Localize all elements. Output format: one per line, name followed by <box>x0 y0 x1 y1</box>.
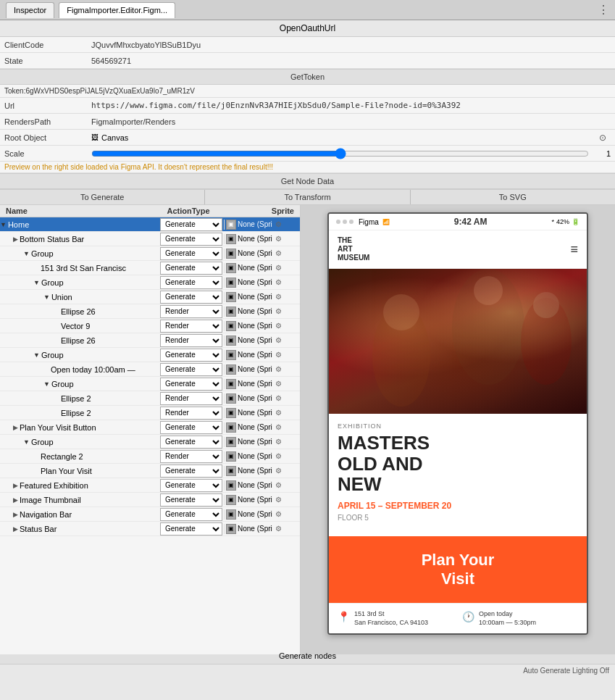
sprite-gear[interactable]: ⚙ <box>274 292 284 302</box>
get-token-button[interactable]: GetToken <box>0 70 615 84</box>
sprite-gear[interactable]: ⚙ <box>274 379 284 389</box>
tree-action-cell[interactable]: GenerateRenderNone <box>159 247 224 260</box>
expand-arrow[interactable]: ▼ <box>43 380 50 388</box>
tree-action-cell[interactable]: GenerateRenderNone <box>159 320 224 333</box>
scale-slider[interactable] <box>91 148 589 159</box>
expand-arrow[interactable]: ▼ <box>0 221 7 228</box>
action-select[interactable]: GenerateRenderNone <box>160 247 222 260</box>
plan-visit-button[interactable]: Plan Your Visit <box>329 536 587 603</box>
tree-action-cell[interactable]: GenerateRenderNone <box>159 392 224 405</box>
sprite-gear[interactable]: ⚙ <box>274 278 284 288</box>
action-select[interactable]: GenerateRenderNone <box>160 407 222 420</box>
tree-row[interactable]: ▶ Featured Exhibition GenerateRenderNone… <box>0 478 300 493</box>
tree-row[interactable]: ▼ Group GenerateRenderNone ▣ None (Spri … <box>0 348 300 362</box>
tree-row[interactable]: Vector 9 GenerateRenderNone ▣ None (Spri… <box>0 319 300 333</box>
sprite-gear[interactable]: ⚙ <box>274 220 284 230</box>
tree-action-cell[interactable]: GenerateRenderNone <box>159 363 224 376</box>
state-value[interactable]: 564569271 <box>87 55 615 67</box>
to-svg-button[interactable]: To SVG <box>411 190 615 204</box>
expand-arrow[interactable]: ▼ <box>23 250 30 257</box>
expand-arrow[interactable]: ▶ <box>13 525 18 533</box>
tree-action-cell[interactable]: GenerateRenderNone <box>159 305 224 318</box>
tree-row[interactable]: ▼ Group GenerateRenderNone ▣ None (Spri … <box>0 377 300 391</box>
tree-row[interactable]: ▼ Group GenerateRenderNone ▣ None (Spri … <box>0 275 300 290</box>
tree-row[interactable]: Plan Your Visit GenerateRenderNone ▣ Non… <box>0 464 300 478</box>
tree-action-cell[interactable]: GenerateRenderNone <box>159 508 224 521</box>
sprite-gear[interactable]: ⚙ <box>274 336 284 346</box>
action-select[interactable]: GenerateRenderNone <box>160 436 222 449</box>
sprite-gear[interactable]: ⚙ <box>274 393 284 404</box>
sprite-gear[interactable]: ⚙ <box>274 495 284 505</box>
tree-action-cell[interactable]: GenerateRenderNone <box>159 233 224 246</box>
to-generate-button[interactable]: To Generate <box>0 190 205 204</box>
tree-row[interactable]: ▶ Status Bar GenerateRenderNone ▣ None (… <box>0 522 300 536</box>
tree-row[interactable]: Ellipse 26 GenerateRenderNone ▣ None (Sp… <box>0 333 300 348</box>
url-value[interactable]: https://www.figma.com/file/j0EnznNvR3A7H… <box>87 99 615 112</box>
action-select[interactable]: GenerateRenderNone <box>160 522 222 536</box>
sprite-gear[interactable]: ⚙ <box>274 422 284 433</box>
tree-action-cell[interactable]: GenerateRenderNone <box>159 276 224 289</box>
expand-arrow[interactable]: ▼ <box>33 279 40 286</box>
tree-action-cell[interactable]: GenerateRenderNone <box>159 218 224 231</box>
action-select[interactable]: GenerateRenderNone <box>160 305 222 318</box>
museum-menu-icon[interactable]: ≡ <box>570 242 578 257</box>
tree-row[interactable]: Ellipse 26 GenerateRenderNone ▣ None (Sp… <box>0 304 300 319</box>
action-select[interactable]: GenerateRenderNone <box>160 262 222 275</box>
tree-action-cell[interactable]: GenerateRenderNone <box>159 464 224 478</box>
tree-row[interactable]: ▼ Group GenerateRenderNone ▣ None (Spri … <box>0 435 300 449</box>
tree-action-cell[interactable]: GenerateRenderNone <box>159 334 224 347</box>
tree-row[interactable]: ▶ Image Thumbnail GenerateRenderNone ▣ N… <box>0 493 300 507</box>
tree-action-cell[interactable]: GenerateRenderNone <box>159 421 224 434</box>
expand-arrow[interactable]: ▶ <box>13 496 18 504</box>
action-select[interactable]: GenerateRenderNone <box>160 363 222 376</box>
expand-arrow[interactable]: ▼ <box>23 438 30 446</box>
action-select[interactable]: GenerateRenderNone <box>160 392 222 405</box>
sprite-gear[interactable]: ⚙ <box>274 524 284 534</box>
sprite-gear[interactable]: ⚙ <box>274 234 284 244</box>
tree-row[interactable]: ▶ Navigation Bar GenerateRenderNone ▣ No… <box>0 507 300 522</box>
expand-arrow[interactable]: ▼ <box>43 293 50 301</box>
sprite-gear[interactable]: ⚙ <box>274 408 284 418</box>
tree-action-cell[interactable]: GenerateRenderNone <box>159 522 224 536</box>
tree-action-cell[interactable]: GenerateRenderNone <box>159 450 224 463</box>
menu-dots[interactable]: ⋮ <box>598 3 609 17</box>
tree-row[interactable]: Rectangle 2 GenerateRenderNone ▣ None (S… <box>0 449 300 464</box>
tree-row[interactable]: Open today 10:00am — GenerateRenderNone … <box>0 362 300 377</box>
tree-action-cell[interactable]: GenerateRenderNone <box>159 407 224 420</box>
renders-path-value[interactable]: FigmaImporter/Renders <box>87 116 615 128</box>
sprite-gear[interactable]: ⚙ <box>274 263 284 273</box>
action-select[interactable]: GenerateRenderNone <box>160 218 222 231</box>
action-select[interactable]: GenerateRenderNone <box>160 378 222 391</box>
sprite-gear[interactable]: ⚙ <box>274 307 284 317</box>
root-object-expand[interactable]: ⊙ <box>599 133 606 143</box>
sprite-gear[interactable]: ⚙ <box>274 451 284 462</box>
action-select[interactable]: GenerateRenderNone <box>160 291 222 304</box>
sprite-gear[interactable]: ⚙ <box>274 509 284 520</box>
tree-row[interactable]: ▼ Home GenerateRenderNone ▣ None (Spri ⚙ <box>0 217 300 232</box>
tree-action-cell[interactable]: GenerateRenderNone <box>159 349 224 362</box>
tree-row[interactable]: Ellipse 2 GenerateRenderNone ▣ None (Spr… <box>0 406 300 420</box>
tree-row[interactable]: ▶ Bottom Status Bar GenerateRenderNone ▣… <box>0 232 300 246</box>
action-select[interactable]: GenerateRenderNone <box>160 334 222 347</box>
expand-arrow[interactable]: ▶ <box>13 482 18 489</box>
get-node-data-button[interactable]: Get Node Data <box>0 174 615 188</box>
expand-arrow[interactable]: ▼ <box>33 351 40 359</box>
tree-row[interactable]: Ellipse 2 GenerateRenderNone ▣ None (Spr… <box>0 391 300 406</box>
sprite-gear[interactable]: ⚙ <box>274 350 284 360</box>
sprite-gear[interactable]: ⚙ <box>274 321 284 331</box>
tree-action-cell[interactable]: GenerateRenderNone <box>159 479 224 492</box>
tree-row[interactable]: 151 3rd St San Francisc GenerateRenderNo… <box>0 261 300 275</box>
client-code-value[interactable]: JQuvvfMhxcbyatoYlBSuB1Dyu <box>87 39 615 51</box>
action-select[interactable]: GenerateRenderNone <box>160 464 222 478</box>
sprite-gear[interactable]: ⚙ <box>274 437 284 447</box>
expand-arrow[interactable]: ▶ <box>13 424 18 431</box>
action-select[interactable]: GenerateRenderNone <box>160 493 222 507</box>
sprite-gear[interactable]: ⚙ <box>274 364 284 375</box>
action-select[interactable]: GenerateRenderNone <box>160 349 222 362</box>
tree-action-cell[interactable]: GenerateRenderNone <box>159 378 224 391</box>
action-select[interactable]: GenerateRenderNone <box>160 479 222 492</box>
tree-action-cell[interactable]: GenerateRenderNone <box>159 436 224 449</box>
expand-arrow[interactable]: ▶ <box>13 511 18 518</box>
tree-action-cell[interactable]: GenerateRenderNone <box>159 291 224 304</box>
tab-figma-importer[interactable]: FigmaImporter.Editor.Figm... <box>59 2 175 18</box>
